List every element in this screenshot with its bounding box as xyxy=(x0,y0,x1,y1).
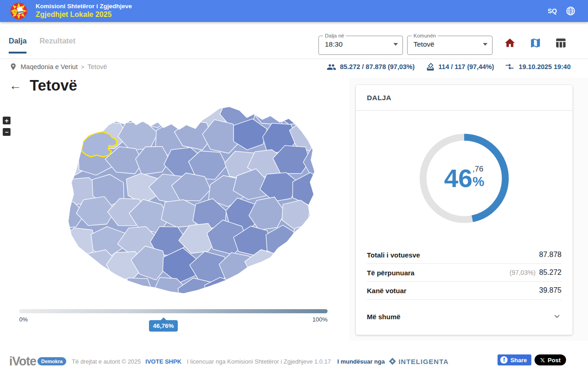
map-region[interactable] xyxy=(322,227,329,257)
map-icon[interactable] xyxy=(530,37,541,49)
powered-by-label: I mundësuar nga xyxy=(337,358,385,365)
breadcrumb-region[interactable]: Maqedonia e Veriut xyxy=(21,63,78,70)
demokra-badge: Demokra xyxy=(37,357,66,365)
tab-rezultatet[interactable]: Rezultatet xyxy=(39,37,75,54)
map-region[interactable] xyxy=(90,273,126,305)
stat-value: 39.875 xyxy=(539,286,562,295)
ballots-stat: 114 / 117 (97,44%) xyxy=(426,62,494,71)
zoom-out-button[interactable]: − xyxy=(3,128,11,136)
time-select[interactable]: Dalja në 18:30 xyxy=(318,36,403,55)
location-pin-icon xyxy=(9,63,17,71)
map-region[interactable] xyxy=(318,277,329,305)
breadcrumb-separator: > xyxy=(81,64,85,70)
updated-stat-value: 19.10.2025 19:40 xyxy=(519,63,571,70)
ivote-logo-text: iVote xyxy=(9,355,36,368)
chevron-down-icon xyxy=(552,312,562,321)
municipality-select[interactable]: Komunën Tetovë xyxy=(407,36,493,55)
home-icon[interactable] xyxy=(504,37,516,49)
map-region[interactable] xyxy=(75,105,111,127)
show-more-label: Më shumë xyxy=(367,313,400,321)
map-region[interactable] xyxy=(313,124,329,156)
org-name: Komisioni Shtetëror i Zgjedhjeve xyxy=(36,3,132,11)
map-region[interactable] xyxy=(117,278,153,305)
stat-label: Të përpunuara xyxy=(367,269,414,277)
ballots-stat-value: 114 / 117 (97,44%) xyxy=(439,63,494,70)
turnout-slider-track[interactable] xyxy=(19,309,328,313)
map-region[interactable] xyxy=(291,223,328,254)
chevron-down-icon xyxy=(483,43,487,46)
company-link[interactable]: IVOTE SHPK xyxy=(145,358,181,365)
map-region[interactable] xyxy=(162,105,200,128)
municipality-select-value: Tetovë xyxy=(413,40,434,48)
zoom-in-button[interactable]: + xyxy=(3,117,11,124)
copyright-text: Të drejtat e autorit © 2025 xyxy=(72,358,141,365)
north-macedonia-map-svg[interactable] xyxy=(18,105,329,305)
breadcrumb: Maqedonia e Veriut > Tetovë xyxy=(9,63,107,71)
stat-value: 87.878 xyxy=(539,251,562,259)
map-region[interactable] xyxy=(237,276,276,305)
turnout-card-title: DALJA xyxy=(367,94,392,102)
x-icon: 𝕏 xyxy=(540,357,545,364)
header-titles: Komisioni Shtetëror i Zgjedhjeve Zgjedhj… xyxy=(36,3,132,20)
x-post-label: Post xyxy=(548,357,561,364)
ivote-logo: iVote Demokra xyxy=(9,355,66,368)
map-region[interactable] xyxy=(304,248,329,278)
stat-row-total: Totali i votuesve 87.878 xyxy=(367,246,562,264)
stat-row-processed: Të përpunuara (97,03%) 85.272 xyxy=(367,264,562,282)
stat-note: (97,03%) xyxy=(509,269,535,276)
turnout-slider: 0% 100% 46,76% xyxy=(19,309,328,323)
facebook-icon: f xyxy=(500,356,508,364)
title-row: ← Tetovë xyxy=(9,77,77,94)
table-view-icon[interactable] xyxy=(555,37,567,49)
share-buttons: f Share 𝕏 Post xyxy=(498,354,566,365)
people-icon xyxy=(327,62,336,72)
election-title: Zgjedhjet Lokale 2025 xyxy=(36,10,132,19)
donut-percent-decimal: ,76 xyxy=(472,165,483,174)
map-region[interactable] xyxy=(294,277,329,305)
turnout-card-header: DALJA xyxy=(356,85,572,111)
back-arrow-icon[interactable]: ← xyxy=(9,80,21,92)
show-more-button[interactable]: Më shumë xyxy=(367,312,562,321)
map-region[interactable] xyxy=(308,201,329,231)
map-region[interactable] xyxy=(274,105,313,124)
facebook-share-button[interactable]: f Share xyxy=(498,354,531,365)
facebook-share-label: Share xyxy=(510,357,527,364)
license-text: I licencuar nga Komisioni Shtetëror i Zg… xyxy=(187,358,331,365)
map-region[interactable] xyxy=(68,271,104,305)
sec-logo-icon xyxy=(9,1,28,21)
slider-max-label: 100% xyxy=(313,316,328,323)
compare-arrows-icon xyxy=(505,62,515,72)
stat-row-voted: Kanë votuar 39.875 xyxy=(367,282,562,300)
municipality-map[interactable] xyxy=(18,105,329,305)
map-region[interactable] xyxy=(321,173,329,204)
donut-center-value: 46 ,76 % xyxy=(418,133,510,224)
turnout-donut-chart: 46 ,76 % xyxy=(418,133,510,224)
voters-stat: 85.272 / 87.878 (97,03%) xyxy=(327,62,415,72)
map-region[interactable] xyxy=(51,252,87,280)
map-region[interactable] xyxy=(259,274,301,303)
tab-dalja[interactable]: Dalja xyxy=(9,37,26,54)
main-tabs: Dalja Rezultatet xyxy=(9,37,75,54)
page-title: Tetovë xyxy=(30,77,77,94)
election-dashboard: Komisioni Shtetëror i Zgjedhjeve Zgjedhj… xyxy=(0,0,588,386)
app-header: Komisioni Shtetëror i Zgjedhjeve Zgjedhj… xyxy=(0,0,588,22)
map-region[interactable] xyxy=(51,105,87,126)
status-bar: 85.272 / 87.878 (97,03%) 114 / 117 (97,4… xyxy=(327,62,571,72)
map-zoom-controls: + − xyxy=(3,117,11,136)
turnout-slider-handle[interactable]: 46,76% xyxy=(149,320,178,332)
globe-icon[interactable] xyxy=(565,5,576,16)
inteligenta-logo-text: INTELIGENTA xyxy=(398,358,449,365)
municipality-select-label: Komunën xyxy=(412,33,438,38)
breadcrumb-current: Tetovë xyxy=(88,63,107,70)
ballot-box-icon xyxy=(426,62,435,71)
voters-stat-value: 85.272 / 87.878 (97,03%) xyxy=(340,63,415,70)
map-region[interactable] xyxy=(278,250,315,285)
language-code[interactable]: SQ xyxy=(548,7,557,15)
updated-stat: 19.10.2025 19:40 xyxy=(505,62,571,72)
map-region[interactable] xyxy=(298,105,329,124)
x-post-button[interactable]: 𝕏 Post xyxy=(535,354,566,365)
breadcrumb-row: Maqedonia e Veriut > Tetovë 85.272 / 87.… xyxy=(0,59,588,75)
donut-percent-main: 46 xyxy=(444,166,472,191)
stat-label: Totali i votuesve xyxy=(367,251,420,259)
turnout-stats-list: Totali i votuesve 87.878 Të përpunuara (… xyxy=(367,246,562,321)
